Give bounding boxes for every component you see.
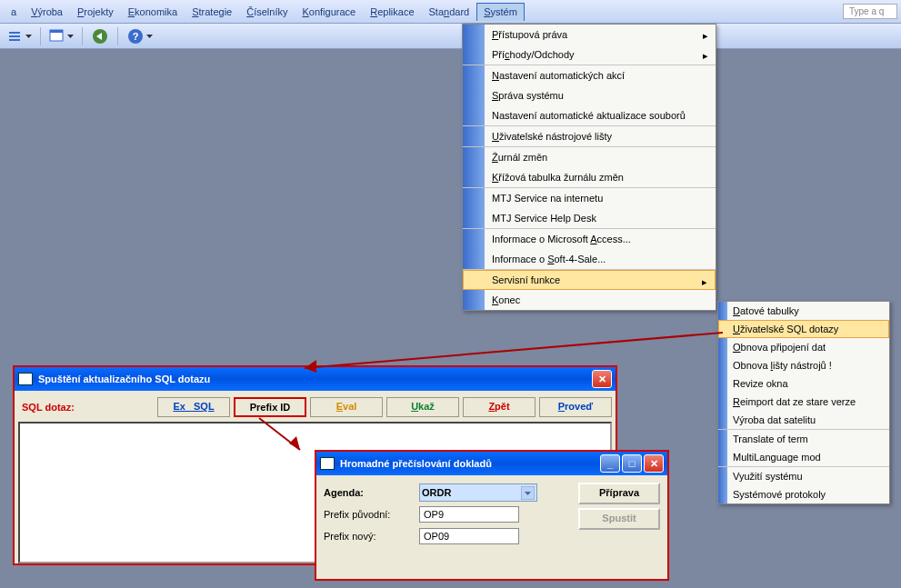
window-icon — [320, 457, 335, 470]
menu-item-projekty[interactable]: Projekty — [70, 3, 121, 21]
menu-item-vyroba[interactable]: Výroba — [24, 3, 70, 21]
submenu-reimport[interactable]: Reimport dat ze stare verze — [718, 393, 889, 411]
menu-konec[interactable]: Konec — [463, 290, 716, 310]
svg-marker-3 — [25, 35, 32, 38]
minimize-icon[interactable]: _ — [600, 454, 620, 473]
svg-marker-11 — [146, 35, 153, 38]
prefix-id-button[interactable]: Prefix ID — [234, 397, 306, 417]
ex-sql-button[interactable]: Ex_ SQL — [157, 397, 230, 417]
menubar: a Výroba Projekty Ekonomika Strategie Čí… — [0, 0, 901, 24]
submenu-translate[interactable]: Translate of term — [718, 430, 889, 448]
menu-item-ekonomika[interactable]: Ekonomika — [121, 3, 185, 21]
submenu-protokoly[interactable]: Systémové protokoly — [718, 485, 889, 503]
svg-rect-5 — [50, 30, 63, 33]
prefix-new-label: Prefix nový: — [324, 531, 419, 542]
menu-item-konfigurace[interactable]: Konfigurace — [295, 3, 363, 21]
toolbar: ? — [0, 24, 901, 49]
submenu-multilang[interactable]: MultiLanguage mod — [718, 448, 889, 467]
menu-sprava-systemu[interactable]: Správa systému — [463, 85, 716, 105]
prefix-new-input[interactable] — [419, 528, 519, 544]
close-icon[interactable]: ✕ — [644, 454, 664, 473]
submenu-obnova-pripojeni[interactable]: Obnova připojení dat — [718, 338, 889, 356]
sql-dotaz-label: SQL dotaz: — [18, 402, 154, 413]
menu-servisni-funkce[interactable]: Servisní funkce▸ — [463, 270, 716, 290]
chevron-down-icon — [521, 486, 535, 500]
renumber-titlebar[interactable]: Hromadné přečíslování dokladů _ □ ✕ — [316, 452, 667, 475]
menu-zurnal-zmen[interactable]: Žurnál změn — [463, 147, 716, 167]
spustit-button[interactable]: Spustit — [578, 508, 660, 530]
toolbar-window-icon[interactable] — [45, 26, 77, 46]
zpet-button[interactable]: Zpět — [463, 397, 536, 417]
prefix-old-label: Prefix původní: — [324, 509, 419, 520]
system-menu: Přístupová práva▸ Příchody/Odchody▸ Nast… — [462, 24, 716, 311]
maximize-icon[interactable]: □ — [622, 454, 642, 473]
menu-pristupova-prava[interactable]: Přístupová práva▸ — [463, 25, 716, 45]
menu-nastaveni-aktualizace[interactable]: Nastavení automatické aktualizace soubor… — [463, 105, 716, 126]
renumber-window: Hromadné přečíslování dokladů _ □ ✕ Agen… — [315, 450, 669, 581]
ukaz-button[interactable]: Ukaž — [386, 397, 459, 417]
renumber-window-title: Hromadné přečíslování dokladů — [340, 458, 492, 469]
menu-nastaveni-auto-akci[interactable]: Nastavení automatických akcí — [463, 65, 716, 85]
menu-item-system[interactable]: Systém — [476, 3, 525, 21]
svg-rect-2 — [9, 39, 20, 41]
menu-item-ciselniky[interactable]: Číselníky — [239, 3, 295, 21]
proved-button[interactable]: Proveď — [539, 397, 612, 417]
submenu-vyroba-satelitu[interactable]: Výroba dat satelitu — [718, 411, 889, 430]
toolbar-menu-icon[interactable] — [4, 26, 35, 46]
menu-info-access[interactable]: Informace o Microsoft Access... — [463, 229, 716, 249]
menu-mtj-internet[interactable]: MTJ Service na internetu — [463, 188, 716, 208]
menu-info-s4s[interactable]: Informace o Soft-4-Sale... — [463, 249, 716, 270]
menu-mtj-helpdesk[interactable]: MTJ Service Help Desk — [463, 208, 716, 229]
svg-rect-0 — [9, 32, 20, 34]
type-question-box[interactable]: Type a q — [843, 4, 897, 19]
submenu-datove-tabulky[interactable]: Datové tabulky — [718, 302, 889, 320]
submenu-uzivatelske-sql[interactable]: Uživatelské SQL dotazy — [718, 320, 889, 338]
priprava-button[interactable]: Příprava — [578, 483, 660, 504]
menu-item-strategie[interactable]: Strategie — [185, 3, 239, 21]
eval-button[interactable]: Eval — [310, 397, 383, 417]
menu-item-replikace[interactable]: Replikace — [363, 3, 421, 21]
menu-uzivatelske-listy[interactable]: Uživatelské nástrojové lišty — [463, 126, 716, 147]
close-icon[interactable]: ✕ — [592, 370, 612, 388]
toolbar-help-icon[interactable]: ? — [123, 26, 156, 46]
prefix-old-input[interactable] — [419, 506, 519, 523]
submenu-obnova-listy[interactable]: Obnova lišty nástrojů ! — [718, 356, 889, 374]
agenda-label: Agenda: — [324, 487, 419, 498]
servis-submenu: Datové tabulky Uživatelské SQL dotazy Ob… — [717, 301, 890, 504]
sql-titlebar[interactable]: Spuštění aktualizačního SQL dotazu ✕ — [15, 367, 616, 391]
menu-item-standard[interactable]: Standard — [422, 3, 477, 21]
sql-window-title: Spuštění aktualizačního SQL dotazu — [38, 374, 210, 384]
menu-krizova-tabulka[interactable]: Křížová tabulka žurnálu změn — [463, 167, 716, 188]
menu-prichody-odchody[interactable]: Příchody/Odchody▸ — [463, 45, 716, 65]
window-icon — [18, 373, 33, 385]
svg-text:?: ? — [133, 31, 139, 42]
submenu-revize-okna[interactable]: Revize okna — [718, 374, 889, 393]
agenda-select[interactable]: ORDR — [419, 483, 537, 502]
svg-marker-6 — [67, 35, 74, 38]
toolbar-back-icon[interactable] — [87, 26, 113, 46]
menu-item-a[interactable]: a — [4, 3, 24, 21]
svg-rect-1 — [9, 35, 20, 37]
submenu-vyuziti[interactable]: Využití systému — [718, 467, 889, 485]
